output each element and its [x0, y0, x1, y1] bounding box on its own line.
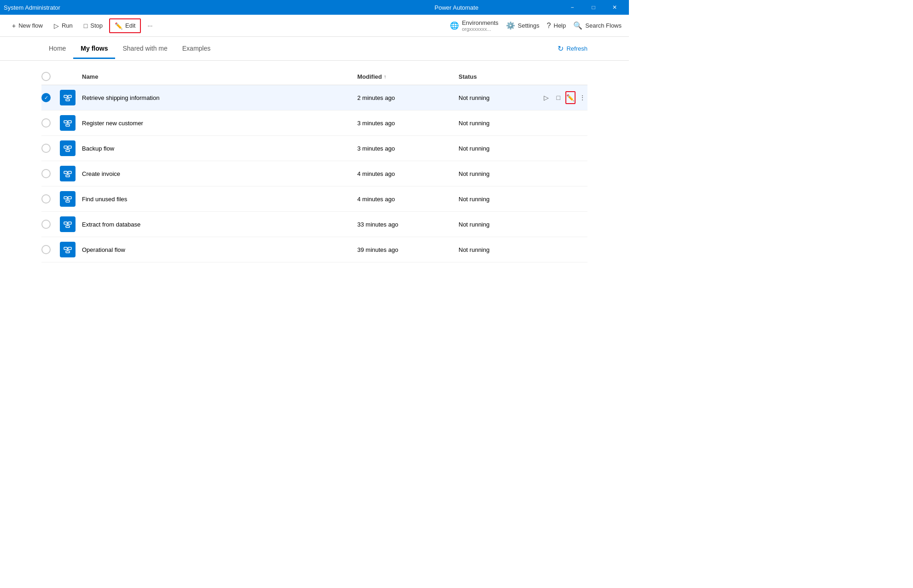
- edit-icon: ✏️: [115, 22, 122, 29]
- run-icon: ▷: [54, 22, 59, 29]
- modified-time: 33 minutes ago: [357, 221, 398, 228]
- svg-rect-19: [66, 175, 70, 177]
- table-row[interactable]: Extract from database 33 minutes ago Not…: [41, 212, 587, 237]
- environments-icon: 🌐: [450, 21, 459, 30]
- tab-my-flows[interactable]: My flows: [73, 39, 115, 59]
- new-flow-button[interactable]: + New flow: [7, 19, 47, 32]
- row-icon-col: [60, 140, 82, 156]
- svg-rect-10: [64, 146, 67, 148]
- minimize-button[interactable]: −: [562, 0, 583, 15]
- close-button[interactable]: ✕: [604, 0, 625, 15]
- refresh-icon: ↻: [558, 44, 564, 53]
- row-modified: 4 minutes ago: [357, 196, 459, 203]
- row-select-button[interactable]: □: [553, 91, 564, 104]
- table-row[interactable]: Backup flow 3 minutes ago Not running: [41, 136, 587, 161]
- svg-rect-34: [66, 251, 70, 253]
- row-name: Extract from database: [82, 221, 357, 228]
- settings-button[interactable]: ⚙️ Settings: [506, 21, 540, 30]
- flow-icon: [60, 216, 76, 232]
- row-checkbox[interactable]: [41, 93, 51, 102]
- more-button[interactable]: ···: [143, 19, 157, 32]
- row-name: Create invoice: [82, 170, 357, 177]
- row-modified: 2 minutes ago: [357, 94, 459, 101]
- row-status: Not running: [459, 170, 541, 177]
- sort-arrow-icon: ↑: [384, 74, 386, 79]
- tab-home[interactable]: Home: [41, 39, 73, 59]
- row-icon-col: [60, 115, 82, 131]
- table-row[interactable]: Register new customer 3 minutes ago Not …: [41, 111, 587, 136]
- table-row[interactable]: Retrieve shipping information 2 minutes …: [41, 85, 587, 111]
- row-modified: 39 minutes ago: [357, 246, 459, 253]
- row-check-col: [41, 220, 60, 229]
- tab-examples[interactable]: Examples: [175, 39, 218, 59]
- row-icon-col: [60, 166, 82, 181]
- toolbar-right: 🌐 Environments orgxxxxxxx... ⚙️ Settings…: [450, 19, 622, 32]
- svg-rect-26: [68, 222, 71, 224]
- run-button[interactable]: ▷ Run: [49, 19, 77, 32]
- row-check-col: [41, 144, 60, 153]
- row-name: Find unused files: [82, 196, 357, 203]
- search-flows-button[interactable]: 🔍 Search Flows: [573, 21, 622, 30]
- modified-time: 4 minutes ago: [357, 196, 395, 203]
- row-modified: 3 minutes ago: [357, 145, 459, 152]
- refresh-button[interactable]: ↻ Refresh: [558, 44, 587, 53]
- table-row[interactable]: Operational flow 39 minutes ago Not runn…: [41, 237, 587, 262]
- row-check-col: [41, 118, 60, 128]
- row-name: Retrieve shipping information: [82, 94, 357, 101]
- row-checkbox[interactable]: [41, 220, 51, 229]
- row-edit-button[interactable]: ✏️: [565, 91, 576, 104]
- tab-shared-with-me[interactable]: Shared with me: [115, 39, 174, 59]
- svg-rect-1: [68, 95, 71, 98]
- environments-button[interactable]: 🌐 Environments orgxxxxxxx...: [450, 19, 498, 32]
- row-name: Backup flow: [82, 145, 357, 152]
- flow-icon: [60, 166, 76, 181]
- svg-rect-15: [64, 171, 67, 174]
- svg-rect-6: [68, 121, 71, 123]
- modified-time: 4 minutes ago: [357, 170, 395, 177]
- settings-icon: ⚙️: [506, 21, 515, 30]
- flow-icon: [60, 90, 76, 105]
- row-run-button[interactable]: ▷: [541, 91, 552, 104]
- svg-rect-4: [66, 99, 70, 101]
- header-check: [41, 72, 60, 81]
- help-icon: ?: [547, 22, 551, 30]
- title-bar: Power Automate System Administrator − □ …: [0, 0, 629, 15]
- row-actions: ▷ □ ✏️ ⋮: [541, 91, 587, 104]
- modified-time: 2 minutes ago: [357, 94, 395, 101]
- row-check-col: [41, 194, 60, 204]
- row-checkbox[interactable]: [41, 118, 51, 128]
- maximize-button[interactable]: □: [583, 0, 604, 15]
- row-checkbox[interactable]: [41, 144, 51, 153]
- svg-rect-25: [64, 222, 67, 224]
- modified-time: 3 minutes ago: [357, 120, 395, 127]
- flow-icon: [60, 242, 76, 257]
- modified-time: 3 minutes ago: [357, 145, 395, 152]
- select-all-checkbox[interactable]: [41, 72, 51, 81]
- svg-rect-11: [68, 146, 71, 148]
- row-status: Not running: [459, 221, 541, 228]
- row-status: Not running: [459, 145, 541, 152]
- nav-tabs: Home My flows Shared with me Examples ↻ …: [0, 37, 629, 61]
- toolbar: + New flow ▷ Run □ Stop ✏️ Edit ··· 🌐 En…: [0, 15, 629, 37]
- row-modified: 3 minutes ago: [357, 120, 459, 127]
- search-icon: 🔍: [573, 21, 582, 30]
- row-name: Register new customer: [82, 120, 357, 127]
- stop-button[interactable]: □ Stop: [79, 19, 107, 32]
- row-more-button[interactable]: ⋮: [577, 91, 587, 104]
- edit-button[interactable]: ✏️ Edit: [109, 18, 141, 33]
- table-row[interactable]: Find unused files 4 minutes ago Not runn…: [41, 186, 587, 212]
- row-icon-col: [60, 90, 82, 105]
- row-checkbox[interactable]: [41, 194, 51, 204]
- svg-rect-16: [68, 171, 71, 174]
- row-checkbox[interactable]: [41, 245, 51, 254]
- svg-rect-24: [66, 200, 70, 202]
- help-button[interactable]: ? Help: [547, 22, 566, 30]
- row-checkbox[interactable]: [41, 169, 51, 178]
- row-icon-col: [60, 242, 82, 257]
- row-icon-col: [60, 191, 82, 207]
- table-row[interactable]: Create invoice 4 minutes ago Not running: [41, 161, 587, 186]
- plus-icon: +: [12, 22, 16, 29]
- header-name: Name: [82, 73, 357, 80]
- flows-table: Name Modified ↑ Status Retrieve shipping: [0, 61, 629, 270]
- table-rows: Retrieve shipping information 2 minutes …: [41, 85, 587, 262]
